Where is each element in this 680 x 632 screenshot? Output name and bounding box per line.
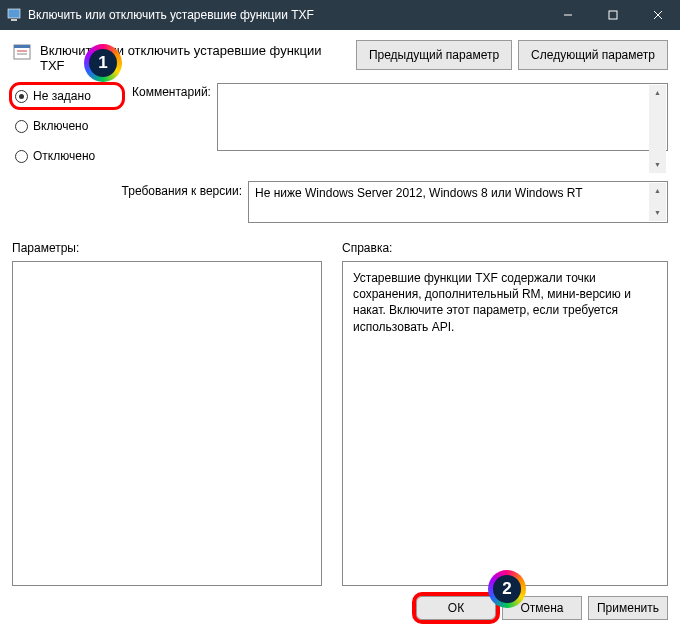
minimize-button[interactable] [545, 0, 590, 30]
svg-rect-3 [609, 11, 617, 19]
titlebar: Включить или отключить устаревшие функци… [0, 0, 680, 30]
ok-button[interactable]: ОК [416, 596, 496, 620]
content-area: Включить или отключить устаревшие функци… [0, 30, 680, 632]
next-setting-button[interactable]: Следующий параметр [518, 40, 668, 70]
svg-rect-7 [14, 45, 30, 48]
window-title: Включить или отключить устаревшие функци… [28, 8, 545, 22]
version-textarea: Не ниже Windows Server 2012, Windows 8 и… [248, 181, 668, 223]
help-label: Справка: [342, 241, 392, 255]
state-radio-group: Не задано Включено Отключено [12, 83, 122, 175]
apply-button[interactable]: Применить [588, 596, 668, 620]
comment-textarea[interactable] [217, 83, 668, 151]
radio-label: Не задано [33, 89, 91, 103]
header-row: Включить или отключить устаревшие функци… [12, 40, 668, 73]
comment-column: Комментарий: ▲▼ [132, 83, 668, 175]
app-icon [6, 7, 22, 23]
radio-icon [15, 120, 28, 133]
setting-icon [12, 42, 32, 62]
radio-enabled[interactable]: Включено [12, 115, 122, 137]
radio-not-configured[interactable]: Не задано [12, 85, 122, 107]
cancel-button[interactable]: Отмена [502, 596, 582, 620]
window-root: { "window": { "title": "Включить или отк… [0, 0, 680, 632]
help-box: Устаревшие функции TXF содержали точки с… [342, 261, 668, 586]
version-label: Требования к версии: [12, 181, 242, 198]
scrollbar[interactable]: ▲▼ [649, 183, 666, 221]
radio-label: Отключено [33, 149, 95, 163]
window-controls [545, 0, 680, 30]
radio-comment-row: Не задано Включено Отключено Комментарий… [12, 83, 668, 175]
params-label: Параметры: [12, 241, 322, 255]
params-help-labels: Параметры: Справка: [12, 241, 668, 255]
version-row: Требования к версии: Не ниже Windows Ser… [12, 181, 668, 223]
prev-setting-button[interactable]: Предыдущий параметр [356, 40, 512, 70]
svg-rect-0 [8, 9, 20, 18]
nav-buttons: Предыдущий параметр Следующий параметр [356, 40, 668, 70]
setting-title: Включить или отключить устаревшие функци… [40, 40, 348, 73]
footer-buttons: ОК Отмена Применить [12, 586, 668, 632]
scrollbar[interactable]: ▲▼ [649, 85, 666, 173]
params-help-boxes: Устаревшие функции TXF содержали точки с… [12, 261, 668, 586]
radio-disabled[interactable]: Отключено [12, 145, 122, 167]
params-box [12, 261, 322, 586]
radio-label: Включено [33, 119, 88, 133]
comment-label: Комментарий: [132, 83, 211, 175]
svg-rect-1 [11, 19, 17, 21]
radio-icon [15, 150, 28, 163]
radio-icon [15, 90, 28, 103]
maximize-button[interactable] [590, 0, 635, 30]
close-button[interactable] [635, 0, 680, 30]
